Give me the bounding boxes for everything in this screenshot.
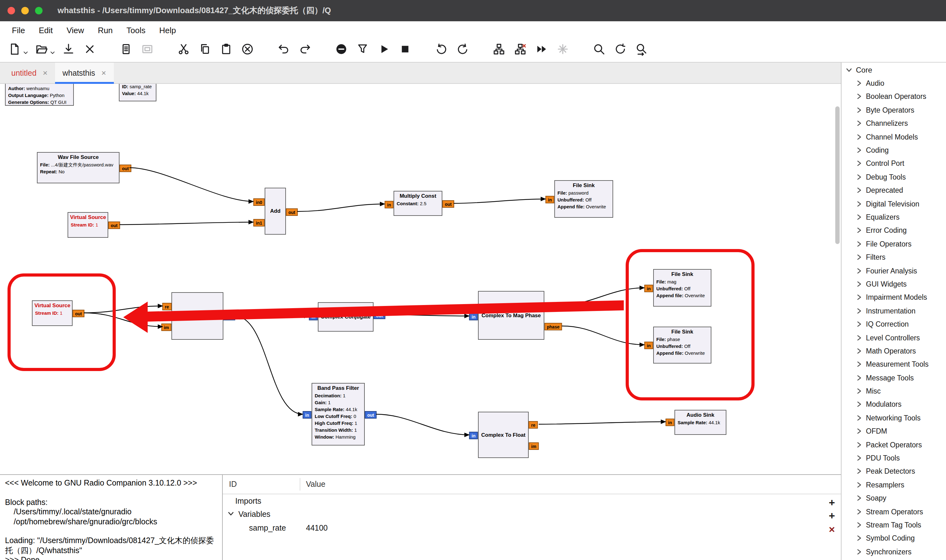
rotate-ccw-button[interactable] — [432, 41, 451, 60]
library-item-stream-operators[interactable]: Stream Operators — [841, 505, 946, 518]
library-item-impairment-models[interactable]: Impairment Models — [841, 291, 946, 304]
library-item-soapy[interactable]: Soapy — [841, 491, 946, 505]
variable-row-samp_rate[interactable]: samp_rate44100 — [223, 521, 841, 535]
library-item-fourier-analysis[interactable]: Fourier Analysis — [841, 264, 946, 277]
port-in1[interactable]: in1 — [254, 219, 265, 226]
paste-button[interactable] — [217, 41, 235, 60]
file-sink-password-block[interactable]: File SinkFile: passwordUnbuffered: OffAp… — [554, 180, 613, 218]
port-phase[interactable]: phase — [545, 323, 562, 330]
flowgraph-report-button[interactable] — [116, 41, 135, 60]
library-item-stream-tag-tools[interactable]: Stream Tag Tools — [841, 518, 946, 532]
multiply-const-block[interactable]: Multiply ConstConstant: 2.5inout — [394, 191, 442, 216]
port-in[interactable]: in — [469, 432, 478, 439]
library-item-pdu-tools[interactable]: PDU Tools — [841, 451, 946, 465]
library-item-deprecated[interactable]: Deprecated — [841, 184, 946, 197]
delete-button[interactable] — [238, 41, 257, 60]
library-item-modulators[interactable]: Modulators — [841, 398, 946, 411]
library-item-error-coding[interactable]: Error Coding — [841, 224, 946, 237]
tab-untitled[interactable]: untitled× — [4, 63, 55, 83]
cut-button[interactable] — [174, 41, 193, 60]
variable-samp-rate-block[interactable]: VariableID: samp_rateValue: 44.1k — [119, 84, 157, 102]
port-out[interactable]: out — [442, 200, 454, 208]
audio-sink-block[interactable]: Audio SinkSample Rate: 44.1kin — [674, 410, 726, 435]
library-item-message-tools[interactable]: Message Tools — [841, 371, 946, 385]
add-import-button[interactable]: + — [829, 496, 835, 510]
port-im[interactable]: im — [162, 323, 171, 331]
library-item-packet-operators[interactable]: Packet Operators — [841, 438, 946, 451]
library-item-misc[interactable]: Misc — [841, 385, 946, 398]
library-item-symbol-coding[interactable]: Symbol Coding — [841, 532, 946, 545]
band-pass-filter-block[interactable]: Band Pass FilterDecimation: 1Gain: 1Samp… — [312, 383, 365, 446]
port-re[interactable]: re — [162, 303, 171, 310]
complex-to-mag-phase-block[interactable]: Complex To Mag Phaseinmagphase — [478, 291, 545, 340]
port-in[interactable]: in — [645, 285, 653, 292]
chevron-down-icon[interactable] — [228, 511, 235, 518]
port-in[interactable]: in — [309, 313, 318, 320]
menu-view[interactable]: View — [60, 25, 91, 35]
options-block[interactable]: OptionsAuthor: wenhuamuOutput Language: … — [5, 84, 74, 106]
remove-entry-button[interactable]: ✕ — [828, 523, 835, 537]
menu-run[interactable]: Run — [91, 25, 120, 35]
library-item-synchronizers[interactable]: Synchronizers — [841, 545, 946, 558]
variable-row-variables[interactable]: Variables — [223, 508, 841, 521]
library-item-digital-television[interactable]: Digital Television — [841, 197, 946, 211]
virtual-source-2-block[interactable]: Virtual SourceStream ID: 1out — [32, 300, 72, 326]
library-item-instrumentation[interactable]: Instrumentation — [841, 304, 946, 317]
kill-flowgraph-button[interactable] — [395, 41, 414, 60]
new-flowgraph-button-dropdown[interactable] — [22, 49, 29, 56]
library-item-byte-operators[interactable]: Byte Operators — [841, 103, 946, 117]
float-to-complex-block[interactable]: Float To Complexreimout — [171, 292, 223, 340]
menu-edit[interactable]: Edit — [32, 25, 60, 35]
library-item-level-controllers[interactable]: Level Controllers — [841, 331, 946, 345]
library-item-measurement-tools[interactable]: Measurement Tools — [841, 358, 946, 371]
port-im[interactable]: im — [529, 442, 539, 450]
library-item-networking-tools[interactable]: Networking Tools — [841, 411, 946, 425]
remove-hier-block-button[interactable] — [511, 41, 529, 60]
library-item-ofdm[interactable]: OFDM — [841, 425, 946, 438]
add-block[interactable]: Addin0in1out — [265, 188, 286, 235]
find-block-button[interactable] — [632, 41, 651, 60]
library-item-debug-tools[interactable]: Debug Tools — [841, 170, 946, 184]
library-category-core[interactable]: Core — [841, 63, 946, 77]
library-item-boolean-operators[interactable]: Boolean Operators — [841, 90, 946, 103]
rotate-cw-button[interactable] — [453, 41, 472, 60]
new-flowgraph-button[interactable] — [5, 41, 24, 60]
port-in[interactable]: in — [469, 313, 478, 320]
port-out[interactable]: out — [72, 310, 85, 317]
flowgraph-canvas[interactable]: OptionsAuthor: wenhuamuOutput Language: … — [0, 84, 841, 474]
port-out[interactable]: out — [120, 165, 131, 172]
port-out[interactable]: out — [365, 411, 377, 418]
menu-file[interactable]: File — [5, 25, 32, 35]
execute-flowgraph-button[interactable] — [374, 41, 393, 60]
library-item-resamplers[interactable]: Resamplers — [841, 478, 946, 491]
close-tab-button[interactable] — [80, 41, 99, 60]
file-sink-phase-block[interactable]: File SinkFile: phaseUnbuffered: OffAppen… — [653, 327, 711, 363]
port-in0[interactable]: in0 — [254, 198, 265, 206]
port-in[interactable]: in — [303, 411, 312, 418]
port-re[interactable]: re — [529, 421, 538, 429]
complex-conjugate-block[interactable]: Complex Conjugateinout — [318, 302, 374, 332]
file-sink-mag-block[interactable]: File SinkFile: magUnbuffered: OffAppend … — [653, 269, 711, 306]
port-in[interactable]: in — [645, 342, 653, 349]
copy-button[interactable] — [195, 41, 214, 60]
library-item-gui-widgets[interactable]: GUI Widgets — [841, 277, 946, 291]
menu-help[interactable]: Help — [152, 25, 183, 35]
port-in[interactable]: in — [385, 201, 394, 208]
library-item-control-port[interactable]: Control Port — [841, 157, 946, 170]
reload-blocks-button[interactable] — [532, 41, 551, 60]
library-item-file-operators[interactable]: File Operators — [841, 237, 946, 251]
open-flowgraph-button[interactable] — [32, 41, 51, 60]
library-item-equalizers[interactable]: Equalizers — [841, 211, 946, 224]
port-in[interactable]: in — [666, 418, 674, 426]
library-item-coding[interactable]: Coding — [841, 144, 946, 157]
library-item-iq-correction[interactable]: IQ Correction — [841, 317, 946, 331]
library-item-trellis-coding[interactable]: Trellis Coding — [841, 558, 946, 560]
library-item-audio[interactable]: Audio — [841, 77, 946, 90]
canvas-scrollbar-thumb[interactable] — [835, 106, 840, 244]
generate-flowgraph-button[interactable] — [353, 41, 372, 60]
library-item-peak-detectors[interactable]: Peak Detectors — [841, 465, 946, 478]
tab-close-icon[interactable]: × — [102, 68, 106, 78]
library-item-math-operators[interactable]: Math Operators — [841, 344, 946, 358]
close-window-button[interactable] — [8, 7, 15, 14]
virtual-source-1-block[interactable]: Virtual SourceStream ID: 1out — [68, 212, 108, 238]
